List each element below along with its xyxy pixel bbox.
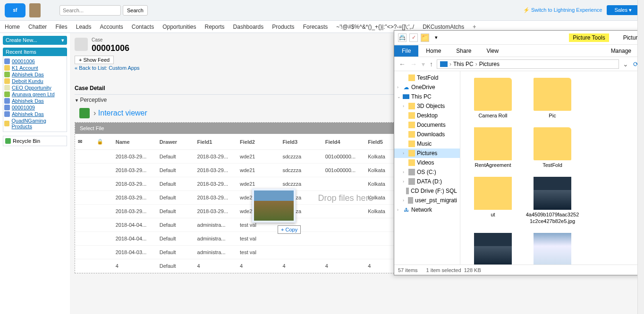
tree-item-network[interactable]: ›🖧Network [394, 205, 460, 215]
qa-dropdown-icon[interactable]: ▾ [432, 33, 441, 42]
chevron-icon[interactable]: › [403, 170, 407, 174]
recent-item[interactable]: Abhishek Das [4, 98, 66, 104]
col-header[interactable]: Field2 [237, 134, 280, 150]
file-item[interactable]: ut [465, 175, 521, 226]
tab-dkcustom[interactable]: DKCustomAtchs [423, 24, 464, 30]
tree-item-data-d-[interactable]: ›DATA (D:) [394, 177, 460, 186]
recent-item[interactable]: Abhishek Das [4, 71, 66, 78]
chevron-icon[interactable]: › [403, 198, 406, 203]
create-new-button[interactable]: Create New...▾ [3, 36, 67, 45]
tree-item-videos[interactable]: Videos [394, 158, 460, 167]
chevron-icon[interactable]: ⌄ [397, 94, 401, 99]
recent-item[interactable]: 00001006 [4, 58, 66, 65]
nav-back-icon[interactable]: ← [398, 60, 407, 68]
mnt-thumbnail-icon [534, 233, 571, 264]
tab-opportunities[interactable]: Opportunities [162, 24, 196, 30]
recent-item[interactable]: CEO Opportunity [4, 84, 66, 91]
col-header[interactable]: Field1 [195, 134, 237, 150]
tab-files[interactable]: Files [55, 24, 67, 30]
col-header[interactable]: Drawer [157, 134, 195, 150]
ribbon-view[interactable]: View [479, 45, 506, 57]
file-item[interactable]: TestFold [525, 125, 580, 170]
qa-properties-icon[interactable]: 📇 [398, 33, 407, 42]
file-item[interactable]: 1600x1200_TEASER_CP77.jpg [465, 231, 521, 264]
recent-item-icon [4, 58, 10, 64]
recent-item[interactable]: K1 Account [4, 65, 66, 71]
chevron-icon[interactable]: › [403, 151, 407, 156]
chevron-icon[interactable]: › [403, 179, 407, 184]
tab-custom[interactable]: ~'!@#$%^&*()_+{}|:"<>?-=[]\;',./ [336, 24, 414, 30]
interact-logo-icon [79, 108, 90, 118]
tree-item-cd-drive-f-sql[interactable]: CD Drive (F:) SQL [394, 186, 460, 196]
recent-item-icon [4, 121, 9, 126]
switch-lex-link[interactable]: ⚡ Switch to Lightning Experience [523, 7, 602, 13]
ribbon-share[interactable]: Share [449, 45, 479, 57]
picture-tools-contextual-tab[interactable]: Picture Tools [569, 33, 609, 42]
tab-leads[interactable]: Leads [76, 24, 92, 30]
nav-recent-icon[interactable]: ▾ [421, 60, 426, 68]
address-bar[interactable]: › This PC › Pictures [437, 59, 619, 69]
explorer-nav-tree[interactable]: TestFold›☁OneDrive⌄This PC›3D ObjectsDes… [394, 71, 460, 264]
file-item[interactable]: Camera Roll [465, 76, 521, 121]
tab-contacts[interactable]: Contacts [132, 24, 154, 30]
recent-item[interactable]: 00001009 [4, 104, 66, 111]
file-item[interactable]: Pic [525, 76, 580, 121]
recent-item-icon [4, 72, 10, 77]
ribbon-home[interactable]: Home [418, 45, 449, 57]
recent-item[interactable]: QuadNGaming Products [4, 117, 66, 130]
file-item[interactable]: 66060montblanc02-trk-paisaje.jpg [525, 231, 580, 264]
search-button[interactable]: Search [123, 5, 148, 16]
page-scrollbar[interactable] [637, 0, 644, 314]
col-header[interactable]: Name [113, 134, 157, 150]
tree-item-testfold[interactable]: TestFold [394, 73, 460, 83]
tree-item-user-pst-migrati[interactable]: ›user_pst_migrati [394, 196, 460, 205]
tab-add-icon[interactable]: + [473, 24, 476, 30]
chevron-icon[interactable]: › [397, 85, 401, 90]
crumb-pictures[interactable]: Pictures [479, 61, 500, 67]
tab-reports[interactable]: Reports [205, 24, 225, 30]
explorer-file-pane[interactable]: Camera RollPicRentAgreementTestFoldut4a4… [460, 71, 644, 264]
chevron-icon[interactable]: › [397, 207, 401, 212]
recent-item[interactable]: Arunava green Ltd [4, 91, 66, 98]
tree-item-documents[interactable]: Documents [394, 120, 460, 130]
file-item[interactable]: 4a4509b1079faac32521c2ce427b82e5.jpg [525, 175, 580, 226]
chevron-icon[interactable]: › [403, 104, 407, 108]
recent-item[interactable]: Deboit Kundu [4, 78, 66, 84]
drive-icon [408, 178, 415, 185]
tab-accounts[interactable]: Accounts [100, 24, 123, 30]
interact-viewer-title[interactable]: Interact viewer [93, 109, 147, 117]
case-detail-header: Case Detail [75, 85, 105, 91]
qa-newfolder-icon[interactable]: 📁 [421, 33, 429, 42]
explorer-titlebar[interactable]: 📇 ✓ 📁 ▾ Picture Tools Pictures [394, 31, 644, 45]
tab-chatter[interactable]: Chatter [28, 24, 47, 30]
recycle-bin[interactable]: Recycle Bin [3, 136, 67, 146]
search-input[interactable] [59, 5, 121, 16]
col-header[interactable]: Field4 [322, 134, 365, 150]
addr-dropdown-icon[interactable]: ⌄ [622, 60, 629, 68]
tree-item-os-c-[interactable]: ›OS (C:) [394, 167, 460, 177]
crumb-this-pc[interactable]: This PC [453, 61, 474, 67]
tab-products[interactable]: Products [272, 24, 294, 30]
show-feed-button[interactable]: + Show Feed [75, 56, 114, 64]
app-switcher-sales[interactable]: Sales ▾ [607, 5, 639, 15]
tab-home[interactable]: Home [5, 24, 20, 30]
nav-up-icon[interactable]: ↑ [429, 60, 434, 68]
qa-check-icon[interactable]: ✓ [409, 33, 418, 42]
rent-thumbnail-icon [474, 127, 512, 160]
img-thumbnail-icon [534, 177, 571, 210]
ribbon-file[interactable]: File [394, 45, 418, 57]
tree-item-desktop[interactable]: Desktop [394, 111, 460, 120]
tree-item-3d-objects[interactable]: ›3D Objects [394, 101, 460, 111]
tree-item-downloads[interactable]: Downloads [394, 130, 460, 139]
tree-item-this-pc[interactable]: ⌄This PC [394, 92, 460, 101]
tree-item-pictures[interactable]: ›Pictures [394, 149, 460, 158]
ribbon-manage[interactable]: Manage [603, 45, 639, 57]
recent-item[interactable]: Abhishek Das [4, 111, 66, 117]
col-header[interactable]: Field3 [280, 134, 322, 150]
tree-item-onedrive[interactable]: ›☁OneDrive [394, 83, 460, 92]
tree-item-music[interactable]: Music [394, 139, 460, 149]
tab-dashboards[interactable]: Dashboards [233, 24, 264, 30]
file-explorer-window[interactable]: 📇 ✓ 📁 ▾ Picture Tools Pictures File Home… [394, 30, 644, 275]
tab-forecasts[interactable]: Forecasts [303, 24, 328, 30]
file-item[interactable]: RentAgreement [465, 125, 521, 170]
